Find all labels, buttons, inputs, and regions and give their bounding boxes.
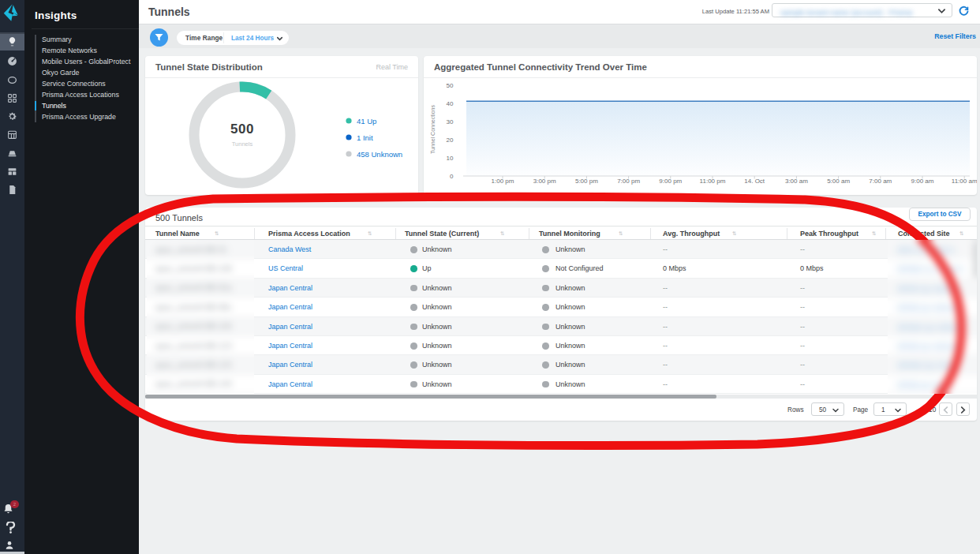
svg-text:5:00 pm: 5:00 pm — [575, 178, 598, 185]
svg-text:0: 0 — [450, 173, 454, 180]
svg-text:458 Unknown: 458 Unknown — [357, 150, 402, 159]
svg-text:1 Init: 1 Init — [357, 133, 373, 142]
svg-text:9:00 pm: 9:00 pm — [659, 178, 682, 185]
svg-text:14. Oct: 14. Oct — [744, 178, 765, 185]
svg-text:500: 500 — [230, 122, 254, 137]
svg-text:7:00 pm: 7:00 pm — [617, 178, 640, 185]
svg-text:20: 20 — [447, 137, 454, 144]
svg-text:3:00 pm: 3:00 pm — [533, 178, 556, 185]
svg-text:9:00 am: 9:00 am — [911, 178, 934, 185]
svg-text:Tunnels: Tunnels — [232, 140, 253, 148]
svg-text:Tunnel Connections: Tunnel Connections — [430, 105, 436, 155]
svg-text:30: 30 — [447, 118, 454, 125]
svg-text:5:00 am: 5:00 am — [827, 178, 850, 185]
svg-text:11:00 am: 11:00 am — [952, 178, 977, 185]
svg-text:11:00 pm: 11:00 pm — [700, 178, 726, 185]
svg-text:10: 10 — [447, 155, 454, 162]
svg-text:40: 40 — [447, 100, 454, 107]
svg-text:50: 50 — [447, 82, 454, 89]
svg-text:1:00 pm: 1:00 pm — [492, 178, 514, 185]
svg-text:7:00 am: 7:00 am — [869, 178, 892, 185]
svg-text:3:00 am: 3:00 am — [785, 178, 808, 185]
svg-text:41 Up: 41 Up — [357, 117, 376, 125]
